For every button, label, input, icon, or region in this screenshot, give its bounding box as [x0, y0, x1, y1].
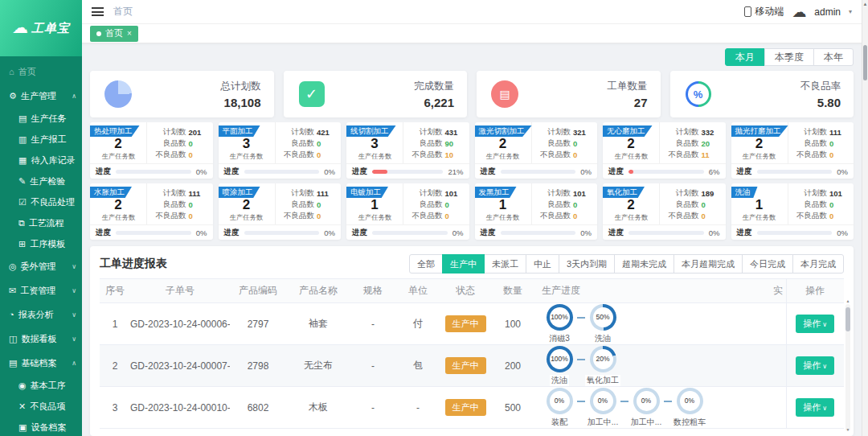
- data-dashboard-icon: ◫: [9, 334, 17, 344]
- hamburger-menu-icon[interactable]: [92, 7, 104, 16]
- sidebar-item-process-template[interactable]: ⊞ 工序模板: [0, 233, 82, 254]
- col-seq: 序号: [100, 279, 130, 303]
- good-value: 90: [445, 139, 465, 148]
- user-avatar-cloud-icon[interactable]: ☁: [792, 5, 806, 19]
- table-row: 2 GD-2023-10-24-00007-01 2798 无尘布 - 包 生产…: [100, 345, 844, 387]
- table-scrollbar-thumb[interactable]: [845, 307, 850, 331]
- task-count-label: 生产任务数: [486, 152, 519, 162]
- table-scrollbar[interactable]: ▲ ▼: [845, 304, 850, 431]
- filter-not-dispatched-button[interactable]: 未派工: [484, 254, 526, 274]
- sidebar-item-outsource-mgmt[interactable]: ◎ 委外管理 ∨: [0, 254, 82, 278]
- process-card-centerless-grinding: 无心磨加工 2 生产任务数 计划数332 良品数20 不良品数11: [603, 122, 726, 179]
- filter-overdue-button[interactable]: 超期未完成: [614, 254, 674, 274]
- bad-label: 不良品数: [534, 211, 571, 221]
- sidebar-item-production-report[interactable]: ▥ 生产报工: [0, 129, 82, 150]
- bad-label: 不良品数: [277, 211, 314, 221]
- sidebar-item-production-task[interactable]: ▤ 生产任务: [0, 108, 82, 129]
- sidebar-item-defect-handling[interactable]: ☑ 不良品处理: [0, 191, 82, 212]
- stat-value: 6,221: [414, 96, 454, 109]
- process-card-wire-cutting: 线切割加工 3 生产任务数 计划数431 良品数90 不良品数10: [346, 122, 469, 179]
- mobile-link[interactable]: 移动端: [744, 5, 784, 19]
- process-card-spraying: 喷涂加工 2 生产任务数 计划数111 良品数0 不良品数0 进度: [219, 183, 342, 240]
- scroll-up-icon[interactable]: ▲: [845, 298, 850, 303]
- filter-month-overdue-done-button[interactable]: 本月超期完成: [674, 254, 743, 274]
- scroll-down-icon[interactable]: ▼: [845, 427, 850, 432]
- process-card-blackening: 发黑加工 1 生产任务数 计划数101 良品数0 不良品数0 进度: [475, 183, 598, 240]
- stat-label: 工单数量: [608, 80, 648, 93]
- good-value: 0: [829, 139, 849, 148]
- row-action-button[interactable]: 操作∨: [796, 398, 834, 417]
- sidebar-item-basic-archives[interactable]: ▤ 基础档案 ∧: [0, 351, 82, 375]
- progress-label: 进度: [481, 228, 496, 238]
- cell-unit: -: [395, 387, 440, 429]
- sidebar-item-basic-process[interactable]: ◉ 基本工序: [0, 375, 82, 396]
- task-count: 2: [755, 137, 763, 151]
- sidebar-item-label: 设备档案: [31, 422, 66, 434]
- bad-label: 不良品数: [790, 211, 827, 221]
- window-scrollbar-thumb[interactable]: [863, 45, 867, 80]
- sidebar-item-data-dashboard[interactable]: ◫ 数据看板 ∨: [0, 327, 82, 351]
- period-month-button[interactable]: 本月: [725, 48, 765, 66]
- sidebar-item-salary-mgmt[interactable]: ✉ 工资管理 ∨: [0, 278, 82, 302]
- task-count-label: 生产任务数: [743, 213, 776, 223]
- sidebar-item-label: 不良品处理: [31, 196, 75, 208]
- user-menu-caret-icon[interactable]: ▾: [849, 8, 852, 15]
- row-action-button[interactable]: 操作∨: [796, 315, 834, 333]
- progress-step: 0% 加工中...: [585, 388, 620, 428]
- progress-percent: 6%: [709, 167, 720, 176]
- filter-stopped-button[interactable]: 中止: [526, 254, 559, 274]
- scroll-up-icon[interactable]: ▲: [862, 2, 868, 6]
- sidebar-item-home[interactable]: ⌂ 首页: [0, 60, 82, 84]
- sidebar-item-process-flow[interactable]: ⧉ 工艺流程: [0, 212, 82, 233]
- row-action-button[interactable]: 操作∨: [796, 356, 834, 375]
- good-value: 0: [317, 200, 336, 209]
- filter-in-production-button[interactable]: 生产中: [442, 254, 485, 274]
- col-product-name: 产品名称: [286, 279, 350, 303]
- tab-close-icon[interactable]: ×: [127, 29, 132, 38]
- filter-done-today-button[interactable]: 今日完成: [742, 254, 793, 274]
- progress-ring: 0%: [633, 388, 660, 414]
- window-scrollbar[interactable]: ▲: [862, 0, 868, 436]
- bad-label: 不良品数: [405, 150, 442, 160]
- sidebar-item-defect-items[interactable]: ✕ 不良品项: [0, 396, 82, 417]
- progress-label: 进度: [224, 167, 240, 177]
- filter-done-month-button[interactable]: 本月完成: [792, 254, 844, 274]
- process-cards-grid: 热处理加工 2 生产任务数 计划数201 良品数0 不良品数0 进: [90, 122, 854, 240]
- filter-due-3days-button[interactable]: 3天内到期: [559, 254, 615, 274]
- filter-all-button[interactable]: 全部: [409, 254, 443, 274]
- sidebar-item-label: 首页: [18, 66, 36, 78]
- period-year-button[interactable]: 本年: [813, 48, 854, 66]
- bad-label: 不良品数: [661, 150, 698, 160]
- status-badge: 生产中: [445, 315, 486, 332]
- tab-home[interactable]: 首页 ×: [90, 26, 138, 42]
- bad-value: 10: [445, 150, 465, 159]
- bad-label: 不良品数: [277, 150, 314, 160]
- plan-label: 计划数: [405, 127, 442, 138]
- sidebar-item-report-analysis[interactable]: ◔ 报表分析 ∨: [0, 302, 82, 327]
- progress-ring: 0%: [677, 388, 703, 414]
- plan-label: 计划数: [661, 188, 698, 199]
- task-count: 2: [243, 198, 250, 212]
- process-card-laser-cutting: 激光切割加工 2 生产任务数 计划数321 良品数0 不良品数0: [475, 122, 598, 179]
- sidebar-item-device-archives[interactable]: ▣ 设备档案: [0, 417, 82, 436]
- process-name-ribbon: 无心磨加工: [603, 125, 653, 137]
- sidebar-item-label: 工资管理: [20, 285, 55, 297]
- period-quarter-button[interactable]: 本季度: [764, 48, 814, 66]
- task-count-label: 生产任务数: [101, 213, 134, 223]
- sidebar-item-production-mgmt[interactable]: ⚙ 生产管理 ∧: [0, 84, 82, 108]
- breadcrumb[interactable]: 首页: [113, 5, 133, 19]
- production-report-icon: ▥: [18, 134, 27, 145]
- progress-label: 进度: [737, 167, 752, 177]
- progress-percent: 0%: [196, 228, 207, 237]
- step-name: 消磁3: [547, 333, 571, 344]
- progress-percent: 0%: [196, 167, 207, 176]
- cell-sub-order: GD-2023-10-24-00006-01: [130, 303, 230, 345]
- good-label: 良品数: [149, 199, 186, 210]
- sidebar-item-production-inspection[interactable]: ✎ 生产检验: [0, 171, 82, 191]
- good-value: 0: [189, 200, 208, 209]
- task-count: 2: [627, 137, 634, 151]
- task-count-label: 生产任务数: [614, 213, 647, 223]
- username[interactable]: admin: [814, 6, 841, 18]
- sidebar-item-inbound-record[interactable]: ▦ 待入库记录: [0, 150, 82, 171]
- plan-label: 计划数: [534, 127, 571, 138]
